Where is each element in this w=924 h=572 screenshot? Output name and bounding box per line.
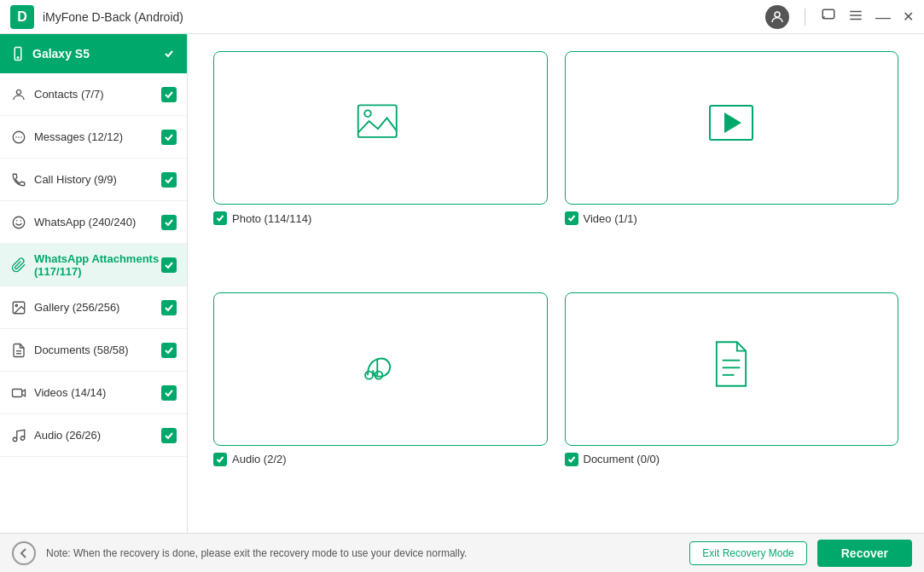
exit-recovery-button[interactable]: Exit Recovery Mode	[689, 541, 806, 565]
video-cell[interactable]	[565, 51, 899, 205]
sidebar-item-audio[interactable]: Audio (26/26)	[0, 414, 187, 457]
sidebar-item-messages[interactable]: Messages (12/12)	[0, 116, 187, 159]
svg-point-6	[17, 57, 19, 59]
photo-checkbox[interactable]	[213, 211, 227, 225]
phone-icon	[10, 46, 26, 61]
svg-rect-14	[13, 389, 22, 396]
main-layout: Galaxy S5 Contacts (7/7)	[0, 34, 924, 533]
audio-sidebar-icon	[10, 427, 27, 444]
video-cell-wrapper: Video (1/1)	[565, 51, 899, 275]
contacts-icon	[10, 86, 27, 103]
documents-label: Documents (58/58)	[34, 344, 161, 356]
audio-label-row: Audio (2/2)	[213, 453, 548, 466]
svg-point-9	[13, 217, 25, 228]
sidebar-item-gallery[interactable]: Gallery (256/256)	[0, 286, 187, 329]
video-icon	[706, 97, 757, 159]
sidebar: Galaxy S5 Contacts (7/7)	[0, 34, 188, 533]
svg-point-11	[15, 304, 17, 306]
messages-icon	[10, 129, 27, 146]
document-cell-icon	[706, 338, 757, 400]
attachment-icon	[10, 257, 27, 274]
whatsapp-checkbox[interactable]	[161, 215, 177, 230]
svg-point-18	[364, 110, 371, 117]
sidebar-item-call-history[interactable]: Call History (9/9)	[0, 159, 187, 201]
svg-point-15	[13, 437, 17, 442]
videos-icon	[10, 384, 27, 402]
photo-label-row: Photo (114/114)	[213, 211, 548, 225]
device-name: Galaxy S5	[32, 47, 90, 61]
document-checkbox[interactable]	[565, 453, 578, 466]
messages-checkbox[interactable]	[161, 130, 177, 145]
media-grid: Photo (114/114) Vid	[213, 51, 898, 516]
svg-point-0	[775, 12, 780, 17]
audio-label: Audio (26/26)	[34, 429, 161, 442]
recover-button[interactable]: Recover	[817, 540, 912, 567]
whatsapp-icon	[10, 214, 27, 231]
audio-cell-wrapper: Audio (2/2)	[213, 292, 548, 517]
recovery-note: Note: When the recovery is done, please …	[46, 547, 679, 559]
sidebar-item-contacts[interactable]: Contacts (7/7)	[0, 73, 187, 116]
app-title: iMyFone D-Back (Android)	[43, 10, 765, 24]
device-info: Galaxy S5	[10, 46, 90, 61]
sidebar-item-whatsapp-attachments[interactable]: WhatsApp Attachments (117/117)	[0, 244, 187, 286]
messages-label: Messages (12/12)	[34, 130, 161, 143]
sidebar-item-whatsapp[interactable]: WhatsApp (240/240)	[0, 201, 187, 244]
separator	[805, 9, 805, 26]
audio-checkbox[interactable]	[161, 428, 177, 443]
svg-point-21	[365, 371, 373, 378]
video-label: Video (1/1)	[584, 212, 637, 225]
sidebar-item-documents[interactable]: Documents (58/58)	[0, 329, 187, 372]
documents-checkbox[interactable]	[161, 343, 177, 358]
sidebar-device-header: Galaxy S5	[0, 34, 187, 73]
audio-cell-label: Audio (2/2)	[232, 453, 287, 465]
svg-marker-20	[724, 113, 741, 133]
titlebar: D iMyFone D-Back (Android) — ✕	[0, 0, 924, 34]
call-history-checkbox[interactable]	[161, 172, 177, 188]
gallery-icon	[10, 299, 27, 316]
document-label: Document (0/0)	[584, 453, 660, 465]
documents-icon	[10, 342, 27, 359]
audio-cell-icon	[355, 338, 406, 400]
document-cell-wrapper: Document (0/0)	[565, 292, 899, 517]
video-label-row: Video (1/1)	[565, 211, 899, 225]
video-checkbox[interactable]	[565, 211, 578, 225]
contacts-checkbox[interactable]	[161, 87, 177, 102]
videos-checkbox[interactable]	[161, 385, 177, 401]
gallery-label: Gallery (256/256)	[34, 301, 161, 314]
chat-icon[interactable]	[821, 8, 836, 26]
titlebar-controls: — ✕	[765, 5, 914, 29]
app-logo: D	[10, 5, 34, 29]
content-area: Photo (114/114) Vid	[188, 34, 924, 533]
svg-rect-17	[358, 105, 397, 137]
photo-cell-wrapper: Photo (114/114)	[213, 51, 548, 275]
device-checkbox[interactable]	[161, 46, 177, 61]
photo-icon	[355, 97, 406, 159]
user-avatar-icon[interactable]	[765, 5, 789, 29]
whatsapp-attachments-checkbox[interactable]	[161, 257, 177, 273]
document-label-row: Document (0/0)	[565, 453, 899, 466]
minimize-button[interactable]: —	[875, 9, 891, 25]
document-cell[interactable]	[565, 292, 899, 446]
sidebar-item-videos[interactable]: Videos (14/14)	[0, 372, 187, 414]
back-button[interactable]	[12, 541, 36, 565]
svg-point-16	[20, 436, 25, 440]
menu-icon[interactable]	[848, 8, 863, 26]
close-button[interactable]: ✕	[903, 9, 914, 25]
gallery-checkbox[interactable]	[161, 300, 177, 315]
call-history-icon	[10, 171, 27, 188]
bottom-bar: Note: When the recovery is done, please …	[0, 533, 924, 572]
videos-label: Videos (14/14)	[34, 386, 161, 399]
audio-cell[interactable]	[213, 292, 548, 446]
contacts-label: Contacts (7/7)	[34, 88, 161, 101]
svg-point-7	[16, 90, 20, 94]
whatsapp-attachments-label: WhatsApp Attachments (117/117)	[34, 252, 161, 278]
photo-cell[interactable]	[213, 51, 548, 205]
whatsapp-label: WhatsApp (240/240)	[34, 216, 161, 228]
photo-label: Photo (114/114)	[232, 212, 311, 225]
audio-cell-checkbox[interactable]	[213, 453, 227, 466]
call-history-label: Call History (9/9)	[34, 173, 161, 186]
